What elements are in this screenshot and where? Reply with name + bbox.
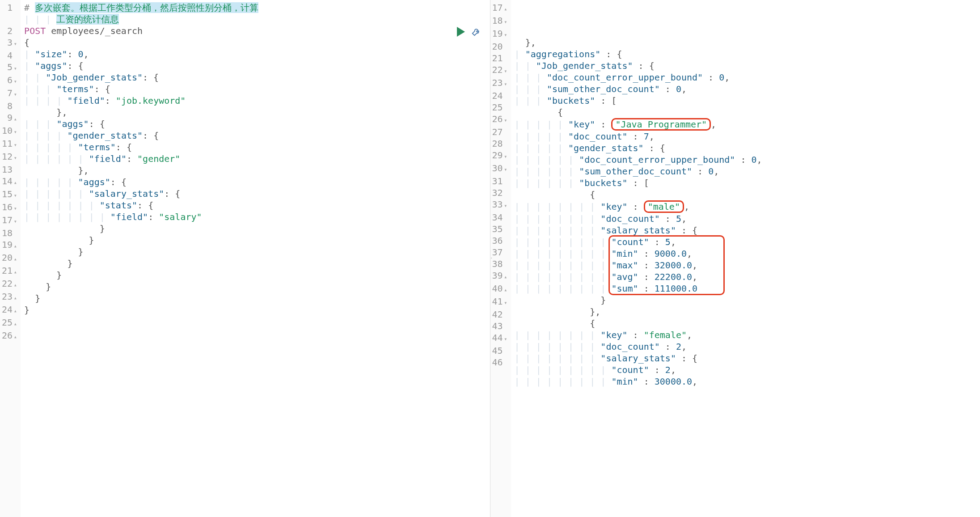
request-actions [457,27,481,37]
code-line[interactable]: | "aggregations" : { [515,48,976,60]
fold-toggle-icon[interactable]: ▾ [13,38,17,50]
code-line[interactable]: }, [515,306,976,318]
code-line[interactable]: | | | 工资的统计信息 [24,13,486,25]
fold-toggle-icon[interactable]: ▾ [503,297,507,309]
code-line[interactable]: { [515,106,976,118]
fold-toggle-icon[interactable]: ▴ [503,3,507,15]
code-line[interactable]: | | | | | | | | | "min" : 9000.0, [515,248,976,259]
fold-toggle-icon[interactable]: ▾ [503,200,507,212]
fold-toggle-icon[interactable]: ▾ [13,203,17,214]
code-line[interactable]: }, [24,106,486,118]
wrench-icon[interactable] [471,27,481,37]
code-line[interactable]: | | | | | "terms": { [24,141,486,153]
code-line[interactable]: | | | | | | "sum_other_doc_count" : 0, [515,165,976,177]
response-code-area[interactable]: },| "aggregations" : {| | "Job_gender_st… [511,0,980,517]
code-line[interactable]: | | | | | | | | | "max" : 32000.0, [515,259,976,271]
fold-toggle-icon[interactable]: ▴ [13,331,17,343]
code-line[interactable]: | | | | | | | | "salary_stats" : { [515,352,976,364]
code-line[interactable]: | | | "terms": { [24,83,486,95]
code-line[interactable]: } [24,246,486,258]
code-line[interactable]: | | | "aggs": { [24,118,486,130]
code-line[interactable]: | | "Job_gender_stats" : { [515,60,976,72]
code-line[interactable]: } [24,234,486,246]
code-line[interactable]: POST employees/_search [24,25,486,37]
json-key: "field" [110,212,148,222]
fold-toggle-icon[interactable]: ▾ [503,78,507,90]
fold-toggle-icon[interactable]: ▾ [13,216,17,227]
code-line[interactable]: } [24,304,486,316]
code-line[interactable]: | | | | | | | "stats": { [24,199,486,211]
code-line[interactable]: | | | | | | "field": "gender" [24,153,486,165]
code-line[interactable]: { [515,189,976,200]
code-line[interactable]: | | | "buckets" : [ [515,95,976,106]
code-line[interactable]: | | | | "gender_stats": { [24,130,486,141]
fold-toggle-icon[interactable]: ▴ [503,284,507,296]
fold-toggle-icon[interactable]: ▴ [13,113,17,125]
fold-toggle-icon[interactable]: ▴ [13,318,17,330]
fold-toggle-icon[interactable]: ▴ [503,271,507,283]
code-line[interactable]: { [515,318,976,329]
fold-toggle-icon[interactable]: ▴ [13,305,17,317]
code-line[interactable]: | | | | | | | | "salary_stats" : { [515,225,976,236]
fold-toggle-icon[interactable]: ▾ [13,139,17,151]
fold-toggle-icon[interactable]: ▾ [503,65,507,77]
fold-toggle-icon[interactable]: ▴ [13,266,17,278]
request-code-area[interactable]: # 多次嵌套。根据工作类型分桶，然后按照性别分桶，计算| | | 工资的统计信息… [21,0,490,517]
code-line[interactable]: } [24,223,486,234]
fold-toggle-icon[interactable]: ▾ [13,126,17,138]
code-line[interactable]: | | | | | "key" : "Java Programmer", [515,118,976,131]
code-line[interactable]: | | | | | | | | "field": "salary" [24,211,486,223]
code-line[interactable]: | | | | | | | | "doc_count" : 2, [515,341,976,352]
code-line[interactable]: } [515,294,976,306]
code-line[interactable]: | | | | | "aggs": { [24,176,486,188]
fold-toggle-icon[interactable]: ▾ [503,16,507,28]
fold-toggle-icon[interactable]: ▴ [13,279,17,291]
code-line[interactable]: | | | | | | | | | "count" : 5, [515,236,976,248]
code-line[interactable]: | | | | | | | | "key" : "female", [515,329,976,341]
fold-toggle-icon[interactable]: ▾ [503,164,507,175]
code-line[interactable]: # 多次嵌套。根据工作类型分桶，然后按照性别分桶，计算 [24,2,486,13]
fold-toggle-icon[interactable]: ▴ [13,292,17,304]
code-line[interactable]: | | | "doc_count_error_upper_bound" : 0, [515,72,976,83]
code-line[interactable]: } [24,258,486,269]
code-line[interactable]: } [24,269,486,281]
code-line[interactable]: } [24,281,486,292]
panel-divider-handle[interactable]: ⋮ [490,255,493,262]
code-line[interactable]: | | | | "field": "job.keyword" [24,95,486,106]
code-line[interactable]: | | | "sum_other_doc_count" : 0, [515,83,976,95]
fold-toggle-icon[interactable]: ▾ [13,190,17,201]
code-line[interactable]: | | | | | | | | "key" : "male", [515,200,976,213]
line-number: 41▾ [492,296,507,309]
code-line[interactable]: | | | | | "gender_stats" : { [515,142,976,154]
fold-toggle-icon[interactable]: ▾ [503,333,507,345]
code-line[interactable]: | | | | | | | | | "sum" : 111000.0 [515,283,976,294]
code-line[interactable]: | | | | | | "buckets" : [ [515,177,976,189]
fold-toggle-icon[interactable]: ▴ [13,253,17,265]
code-line[interactable]: | "size": 0, [24,48,486,60]
fold-toggle-icon[interactable]: ▾ [503,29,507,41]
fold-toggle-icon[interactable]: ▾ [503,114,507,126]
fold-toggle-icon[interactable]: ▴ [13,240,17,252]
fold-toggle-icon[interactable]: ▾ [503,151,507,162]
code-line[interactable]: | | | | | | | | | "min" : 30000.0, [515,376,976,387]
code-line[interactable]: | | | | | | | | | "count" : 2, [515,364,976,376]
fold-toggle-icon[interactable]: ▾ [13,89,17,100]
code-line[interactable]: | | | | | | "doc_count_error_upper_bound… [515,154,976,165]
code-line[interactable]: | | | | | | "salary_stats": { [24,188,486,199]
code-line[interactable]: | | | | | "doc_count" : 7, [515,131,976,142]
fold-toggle-icon[interactable]: ▾ [13,152,17,164]
code-line[interactable]: { [24,37,486,48]
code-line[interactable]: }, [24,165,486,176]
line-number: 38 [492,258,507,270]
fold-toggle-icon[interactable]: ▾ [13,76,17,87]
code-line[interactable]: | | | | | | | | | "avg" : 22200.0, [515,271,976,283]
code-line[interactable]: }, [515,37,976,48]
run-icon[interactable] [457,27,465,37]
code-line[interactable]: | "aggs": { [24,60,486,72]
fold-toggle-icon[interactable]: ▾ [13,63,17,74]
code-line[interactable]: | | | | | | | | "doc_count" : 5, [515,213,976,225]
fold-toggle-icon[interactable]: ▴ [13,177,17,188]
code-line[interactable]: | | "Job_gender_stats": { [24,72,486,83]
code-line[interactable]: } [24,292,486,304]
line-number: 31 [492,175,507,187]
